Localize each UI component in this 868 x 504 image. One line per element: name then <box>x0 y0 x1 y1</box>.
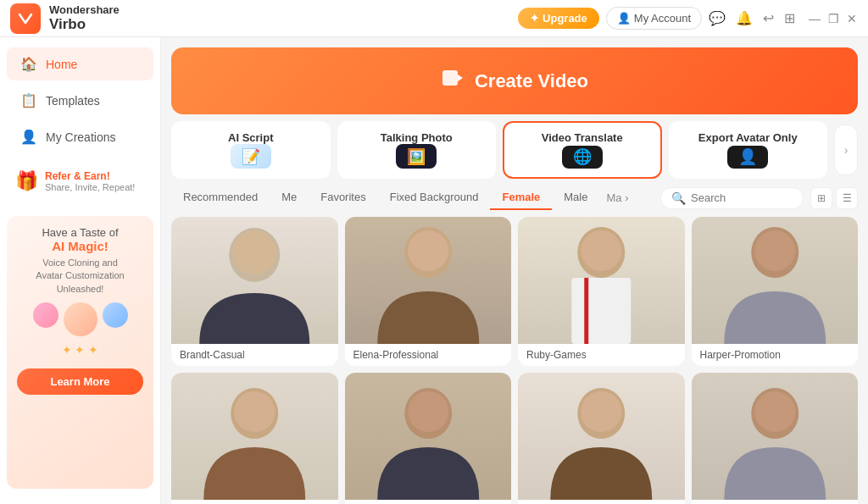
app-name: Wondershare Virbo <box>49 3 120 34</box>
row2-3-silhouette <box>518 373 685 500</box>
avatar-name-brandt: Brandt-Casual <box>171 344 338 366</box>
create-video-banner[interactable]: Create Video <box>171 47 858 114</box>
content-area: Create Video AI Script 📝 Talking Photo 🖼… <box>161 37 868 504</box>
ai-illustrations <box>17 302 143 336</box>
ai-script-thumb: 📝 <box>231 144 271 169</box>
titlebar: Wondershare Virbo ✦ Upgrade 👤 My Account… <box>0 0 868 37</box>
svg-point-13 <box>234 391 275 432</box>
svg-point-11 <box>754 230 795 271</box>
close-button[interactable]: ✕ <box>846 13 858 25</box>
avatar-card-row2-1[interactable]: - <box>171 373 338 504</box>
sparkle-decoration: ✦ ✦ ✦ <box>17 343 143 357</box>
video-translate-label: Video Translate <box>542 131 623 146</box>
tab-male[interactable]: Male <box>552 186 599 210</box>
refer-earn-box[interactable]: 🎁 Refer & Earn! Share, Invite, Repeat! <box>7 162 153 201</box>
svg-point-15 <box>408 391 448 432</box>
app-logo <box>10 3 41 34</box>
tab-more[interactable]: Ma › <box>599 186 635 209</box>
svg-point-19 <box>754 391 795 432</box>
avatar-illustration-2 <box>103 302 128 328</box>
upgrade-button[interactable]: ✦ Upgrade <box>518 8 598 29</box>
account-button[interactable]: 👤 My Account <box>606 7 702 30</box>
brandt-silhouette <box>171 217 338 344</box>
tool-card-ai-script[interactable]: AI Script 📝 <box>171 121 331 179</box>
avatar-name-row2-3: - <box>518 500 685 504</box>
svg-rect-7 <box>571 278 631 344</box>
grid-view-button[interactable]: ⊞ <box>810 187 832 209</box>
avatar-name-harper: Harper-Promotion <box>692 344 859 366</box>
talking-photo-thumb: 🖼️ <box>396 144 437 169</box>
search-box[interactable]: 🔍 <box>660 187 804 209</box>
row2-4-silhouette <box>692 373 859 500</box>
titlebar-left: Wondershare Virbo <box>10 3 120 34</box>
avatar-name-ruby: Ruby-Games <box>518 344 685 366</box>
video-translate-thumb: 🌐 <box>562 146 603 169</box>
tab-female[interactable]: Female <box>490 186 552 210</box>
sidebar-promo-area: 🎁 Refer & Earn! Share, Invite, Repeat! H… <box>0 155 160 496</box>
ai-taste-label: Have a Taste of <box>17 226 143 239</box>
gift-icon: 🎁 <box>15 170 38 192</box>
chevron-down-icon: › <box>625 191 628 204</box>
tool-cards-more-button[interactable]: › <box>834 125 858 175</box>
avatar-card-row2-2[interactable]: - <box>345 373 512 504</box>
tab-favorites[interactable]: Favorites <box>309 186 377 210</box>
svg-point-3 <box>232 230 276 274</box>
row2-2-silhouette <box>345 373 512 500</box>
sidebar-item-templates[interactable]: 📋 Templates <box>7 84 153 117</box>
tool-card-export-avatar[interactable]: Export Avatar Only 👤 <box>669 121 828 179</box>
bell-icon[interactable]: 🔔 <box>736 10 753 26</box>
refer-text: Refer & Earn! Share, Invite, Repeat! <box>45 170 135 192</box>
search-input[interactable] <box>691 191 793 204</box>
sidebar-label-home: Home <box>46 58 77 71</box>
ai-script-label: AI Script <box>228 131 273 144</box>
titlebar-icons: 💬 🔔 ↩ ⊞ <box>709 10 795 26</box>
main-layout: 🏠 Home 📋 Templates 👤 My Creations 🎁 Refe… <box>0 37 868 504</box>
avatar-card-brandt[interactable]: Brandt-Casual <box>171 217 338 366</box>
grid-icon[interactable]: ⊞ <box>784 10 795 26</box>
chevron-right-icon: › <box>844 143 849 157</box>
avatar-illustration-main <box>64 302 97 336</box>
sidebar: 🏠 Home 📋 Templates 👤 My Creations 🎁 Refe… <box>0 37 161 504</box>
chat-icon[interactable]: 💬 <box>709 10 726 26</box>
avatar-card-row2-4[interactable]: - <box>692 373 859 504</box>
avatar-card-ruby[interactable]: Ruby-Games <box>518 217 685 366</box>
undo-icon[interactable]: ↩ <box>763 10 774 26</box>
refer-title: Refer & Earn! <box>45 170 135 182</box>
tab-recommended[interactable]: Recommended <box>171 186 270 210</box>
create-video-label: Create Video <box>475 70 588 92</box>
row2-1-silhouette <box>171 373 338 500</box>
tool-cards-row: AI Script 📝 Talking Photo 🖼️ Video Trans… <box>161 121 868 186</box>
tool-card-talking-photo[interactable]: Talking Photo 🖼️ <box>337 121 497 179</box>
minimize-button[interactable]: — <box>809 13 821 25</box>
avatar-name-row2-1: - <box>171 500 338 504</box>
export-avatar-thumb: 👤 <box>727 146 768 169</box>
sidebar-item-home[interactable]: 🏠 Home <box>7 47 153 80</box>
avatar-card-row2-3[interactable]: - <box>518 373 685 504</box>
avatar-card-harper[interactable]: Harper-Promotion <box>692 217 859 366</box>
tool-card-video-translate[interactable]: Video Translate 🌐 <box>503 121 662 179</box>
ruby-silhouette <box>518 217 685 344</box>
sidebar-item-my-creations[interactable]: 👤 My Creations <box>7 120 153 153</box>
avatar-name-elena: Elena-Professional <box>345 344 512 366</box>
avatar-name-row2-4: - <box>692 500 859 504</box>
filter-tabs-row: Recommended Me Favorites Fixed Backgroun… <box>161 186 868 217</box>
avatar-grid: Brandt-Casual Elena-Professional <box>161 217 868 504</box>
ai-magic-label: AI Magic! <box>17 239 143 253</box>
tab-fixed-bg[interactable]: Fixed Background <box>378 186 491 210</box>
ai-magic-sub: Voice Cloning and Avatar Customization U… <box>17 257 143 296</box>
templates-icon: 📋 <box>20 92 37 108</box>
tab-me[interactable]: Me <box>270 186 309 210</box>
avatar-card-elena[interactable]: Elena-Professional <box>345 217 512 366</box>
create-video-icon <box>441 66 465 96</box>
svg-rect-8 <box>584 278 588 344</box>
elena-silhouette <box>345 217 512 344</box>
svg-point-9 <box>581 230 621 271</box>
refer-sub: Share, Invite, Repeat! <box>45 182 135 192</box>
talking-photo-label: Talking Photo <box>381 131 453 144</box>
home-icon: 🏠 <box>20 56 37 72</box>
my-creations-icon: 👤 <box>20 129 37 145</box>
sidebar-label-templates: Templates <box>46 94 100 108</box>
maximize-button[interactable]: ❐ <box>827 13 839 25</box>
learn-more-button[interactable]: Learn More <box>17 368 143 395</box>
list-view-button[interactable]: ☰ <box>836 187 858 209</box>
